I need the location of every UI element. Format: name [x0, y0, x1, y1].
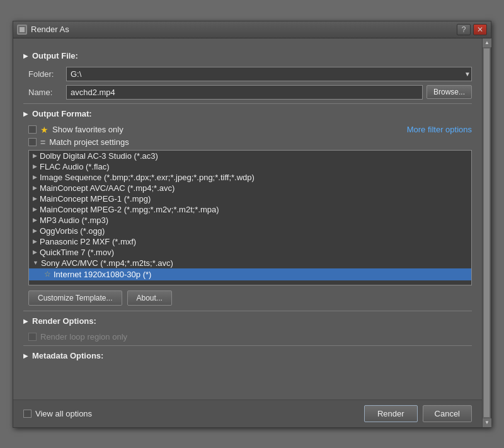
app-icon	[17, 25, 27, 35]
format-item-mp3[interactable]: ▶ MP3 Audio (*.mp3)	[29, 215, 471, 226]
format-arrow-imgseq: ▶	[33, 174, 37, 180]
format-list[interactable]: ▶ Dolby Digital AC-3 Studio (*.ac3) ▶ FL…	[28, 150, 472, 285]
loop-region-row: Render loop region only	[28, 332, 472, 342]
output-format-arrow: ▶	[23, 110, 28, 117]
format-item-quicktime[interactable]: ▶ QuickTime 7 (*.mov)	[29, 247, 471, 258]
browse-button[interactable]: Browse...	[427, 85, 472, 99]
help-button[interactable]: ?	[457, 24, 471, 35]
eq-icon: =	[40, 137, 45, 147]
match-project-checkbox[interactable]	[28, 138, 37, 146]
name-input[interactable]	[66, 85, 423, 100]
format-arrow-mc-mpeg2: ▶	[33, 206, 37, 212]
metadata-options-arrow: ▶	[23, 352, 28, 359]
about-button[interactable]: About...	[127, 290, 172, 306]
format-label-mp3: MP3 Audio (*.mp3)	[40, 215, 108, 225]
metadata-options-title: Metadata Options:	[32, 351, 103, 360]
format-item-dolby[interactable]: ▶ Dolby Digital AC-3 Studio (*.ac3)	[29, 151, 471, 161]
titlebar-buttons: ? ✕	[457, 24, 487, 35]
render-options-arrow: ▶	[23, 318, 28, 325]
match-project-row: = Match project settings	[28, 137, 472, 147]
side-scrollbar[interactable]: ▲ ▼	[482, 38, 491, 427]
folder-label: Folder:	[28, 69, 66, 79]
format-item-panasonic[interactable]: ▶ Panasonic P2 MXF (*.mxf)	[29, 236, 471, 247]
content-area: ▶ Output File: Folder: G:\ ▼ Name: Br	[13, 38, 482, 399]
divider-2	[23, 311, 472, 311]
format-item-flac[interactable]: ▶ FLAC Audio (*.flac)	[29, 161, 471, 172]
output-format-section-header: ▶ Output Format:	[23, 109, 472, 118]
show-favorites-checkbox[interactable]	[28, 125, 37, 134]
divider-1	[23, 103, 472, 104]
close-button[interactable]: ✕	[473, 24, 487, 35]
format-item-mc-mpeg1[interactable]: ▶ MainConcept MPEG-1 (*.mpg)	[29, 193, 471, 204]
view-all-row: View all options	[23, 409, 92, 418]
show-favorites-label: Show favorites only	[52, 125, 123, 134]
render-button[interactable]: Render	[364, 405, 418, 422]
format-label-flac: FLAC Audio (*.flac)	[40, 162, 110, 171]
format-arrow-dolby: ▶	[33, 152, 37, 159]
format-label-mc-avc: MainConcept AVC/AAC (*.mp4;*.avc)	[40, 183, 175, 193]
format-arrow-mp3: ▶	[33, 217, 37, 223]
format-arrow-flac: ▶	[33, 163, 37, 169]
folder-row: Folder: G:\ ▼	[28, 67, 472, 81]
format-label-quicktime: QuickTime 7 (*.mov)	[40, 248, 114, 257]
format-arrow-mc-avc: ▶	[33, 185, 37, 191]
scroll-thumb[interactable]	[483, 48, 490, 418]
output-format-title: Output Format:	[32, 109, 92, 118]
metadata-spacer	[23, 367, 472, 392]
format-sub-item-internet-1080[interactable]: ☆ Internet 1920x1080-30p (*)	[29, 268, 471, 280]
render-options-section-header: ▶ Render Options:	[23, 316, 472, 326]
format-arrow-mc-mpeg1: ▶	[33, 195, 37, 202]
format-item-mc-avc[interactable]: ▶ MainConcept AVC/AAC (*.mp4;*.avc)	[29, 183, 471, 193]
customize-template-button[interactable]: Customize Template...	[28, 290, 122, 306]
format-item-ogg[interactable]: ▶ OggVorbis (*.ogg)	[29, 226, 471, 236]
window-title: Render As	[31, 25, 69, 34]
metadata-options-section-header: ▶ Metadata Options:	[23, 351, 472, 360]
bottom-buttons: Render Cancel	[364, 405, 472, 422]
format-arrow-sony-avc: ▼	[33, 260, 38, 266]
view-all-checkbox[interactable]	[23, 410, 32, 418]
scroll-up-button[interactable]: ▲	[483, 38, 491, 47]
star-icon: ★	[40, 125, 49, 135]
format-item-sony-avc[interactable]: ▼ Sony AVC/MVC (*.mp4;*.m2ts;*.avc)	[29, 258, 471, 268]
folder-select[interactable]: G:\	[66, 67, 472, 81]
match-project-label: Match project settings	[49, 137, 129, 147]
format-label-sony-avc: Sony AVC/MVC (*.mp4;*.m2ts;*.avc)	[41, 258, 173, 268]
format-label-mc-mpeg1: MainConcept MPEG-1 (*.mpg)	[40, 194, 151, 204]
output-file-section-header: ▶ Output File:	[23, 51, 472, 60]
more-filter-link[interactable]: More filter options	[407, 125, 472, 134]
format-arrow-panasonic: ▶	[33, 238, 37, 244]
scroll-down-button[interactable]: ▼	[483, 418, 491, 427]
render-as-dialog: Render As ? ✕ ▶ Output File: Folder: G:\	[13, 21, 491, 428]
format-item-imgseq[interactable]: ▶ Image Sequence (*.bmp;*.dpx;*.exr;*.jp…	[29, 172, 471, 183]
format-label-dolby: Dolby Digital AC-3 Studio (*.ac3)	[40, 151, 158, 161]
format-label-panasonic: Panasonic P2 MXF (*.mxf)	[40, 237, 136, 246]
format-arrow-ogg: ▶	[33, 227, 37, 234]
render-options-title: Render Options:	[32, 316, 96, 326]
favorites-row: ★ Show favorites only More filter option…	[28, 125, 472, 135]
template-button-row: Customize Template... About...	[28, 290, 472, 306]
view-all-label: View all options	[35, 409, 92, 418]
cancel-button[interactable]: Cancel	[423, 405, 472, 422]
name-row: Name: Browse...	[28, 85, 472, 100]
format-arrow-quicktime: ▶	[33, 249, 37, 255]
format-sub-label-internet-1080: Internet 1920x1080-30p (*)	[54, 270, 151, 279]
filter-options-row: ★ Show favorites only More filter option…	[28, 125, 472, 147]
divider-3	[23, 345, 472, 346]
main-panel: ▶ Output File: Folder: G:\ ▼ Name: Br	[13, 38, 482, 427]
format-label-imgseq: Image Sequence (*.bmp;*.dpx;*.exr;*.jpeg…	[40, 173, 255, 182]
titlebar-left: Render As	[17, 25, 69, 35]
format-label-mc-mpeg2: MainConcept MPEG-2 (*.mpg;*.m2v;*.m2t;*.…	[40, 205, 219, 214]
loop-region-label: Render loop region only	[40, 332, 127, 342]
svg-rect-1	[20, 27, 25, 32]
loop-region-checkbox[interactable]	[28, 333, 37, 341]
sub-star-icon: ☆	[44, 270, 51, 279]
folder-wrapper: G:\ ▼	[66, 67, 472, 81]
output-file-arrow: ▶	[23, 52, 28, 59]
format-item-mc-mpeg2[interactable]: ▶ MainConcept MPEG-2 (*.mpg;*.m2v;*.m2t;…	[29, 204, 471, 215]
titlebar: Render As ? ✕	[13, 21, 491, 38]
bottom-bar: View all options Render Cancel	[13, 399, 482, 427]
name-label: Name:	[28, 88, 66, 97]
window-layout: ▶ Output File: Folder: G:\ ▼ Name: Br	[13, 38, 491, 427]
format-label-ogg: OggVorbis (*.ogg)	[40, 226, 105, 236]
output-file-title: Output File:	[32, 51, 78, 60]
